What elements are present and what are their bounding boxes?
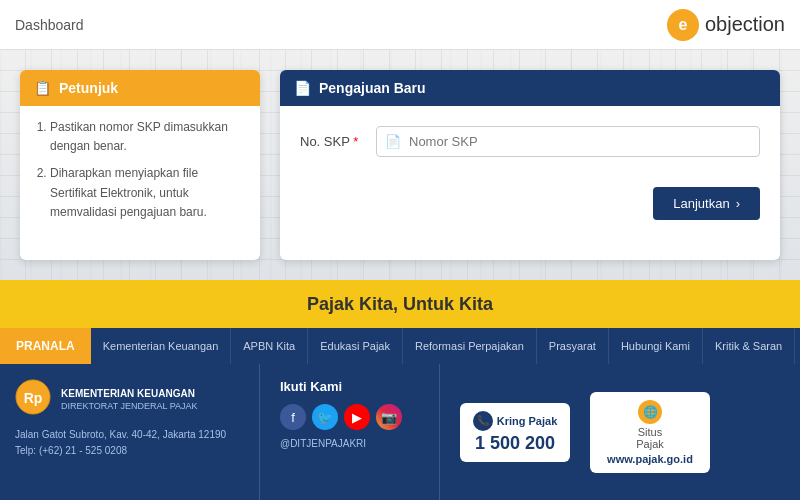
skp-label: No. SKP * [300,134,360,149]
situs-pajak-box: 🌐 SitusPajak www.pajak.go.id [590,392,710,473]
page-title: Dashboard [15,17,84,33]
situs-title: 🌐 SitusPajak [602,400,698,450]
petunjuk-item-2: Diharapkan menyiapkan file Sertifikat El… [50,164,246,222]
logo-text: objection [705,13,785,36]
pengajuan-title: Pengajuan Baru [319,80,426,96]
nav-bar: PRANALA Kementerian Keuangan APBN Kita E… [0,328,800,364]
header: Dashboard e objection [0,0,800,50]
pengajuan-box: 📄 Pengajuan Baru No. SKP * 📄 Lanjutkan › [280,70,780,260]
petunjuk-body: Pastikan nomor SKP dimasukkan dengan ben… [20,106,260,242]
kemenkeu-text: KEMENTERIAN KEUANGAN DIREKTORAT JENDERAL… [61,387,198,411]
kemenkeu-logo: Rp [15,379,51,419]
book-icon: 📋 [34,80,51,96]
facebook-icon[interactable]: f [280,404,306,430]
phone-icon: 📞 [473,411,493,431]
petunjuk-item-1: Pastikan nomor SKP dimasukkan dengan ben… [50,118,246,156]
skp-input[interactable] [409,127,759,156]
twitter-icon[interactable]: 🐦 [312,404,338,430]
social-title: Ikuti Kami [280,379,419,394]
social-handle: @DITJENPAJAKRI [280,438,419,449]
main-content: 📋 Petunjuk Pastikan nomor SKP dimasukkan… [0,50,800,280]
address-line1: Jalan Gatot Subroto, Kav. 40-42, Jakarta… [15,427,244,443]
skp-input-wrapper: 📄 [376,126,760,157]
petunjuk-header: 📋 Petunjuk [20,70,260,106]
kring-pajak-title: 📞 Kring Pajak [472,411,558,431]
required-mark: * [353,134,358,149]
form-row-skp: No. SKP * 📄 [300,126,760,157]
nav-item-prasyarat[interactable]: Prasyarat [537,328,609,364]
footer-logo-row: Rp KEMENTERIAN KEUANGAN DIREKTORAT JENDE… [15,379,244,419]
svg-text:Rp: Rp [24,390,43,406]
pengajuan-body: No. SKP * 📄 [280,106,780,187]
file-icon: 📄 [377,134,409,149]
footer-left: Rp KEMENTERIAN KEUANGAN DIREKTORAT JENDE… [0,364,260,500]
nav-item-reformasi[interactable]: Reformasi Perpajakan [403,328,537,364]
nav-item-kritik[interactable]: Kritik & Saran [703,328,795,364]
social-icons: f 🐦 ▶ 📷 [280,404,419,430]
kemenkeu-dept: DIREKTORAT JENDERAL PAJAK [61,401,198,411]
footer-address: Jalan Gatot Subroto, Kav. 40-42, Jakarta… [15,427,244,459]
globe-icon: 🌐 [638,400,662,424]
chevron-right-icon: › [736,196,740,211]
pengajuan-footer: Lanjutkan › [280,187,780,235]
nav-item-kemenkeu[interactable]: Kementerian Keuangan [91,328,232,364]
pengajuan-header: 📄 Pengajuan Baru [280,70,780,106]
nav-item-apbn[interactable]: APBN Kita [231,328,308,364]
yellow-banner: Pajak Kita, Untuk Kita [0,280,800,328]
kring-pajak-box: 📞 Kring Pajak 1 500 200 [460,403,570,462]
logo-area: e objection [667,9,785,41]
lanjutkan-button[interactable]: Lanjutkan › [653,187,760,220]
nav-pranala: PRANALA [0,328,91,364]
kring-number: 1 500 200 [472,433,558,454]
footer-middle: Ikuti Kami f 🐦 ▶ 📷 @DITJENPAJAKRI [260,364,440,500]
nav-item-hubungi[interactable]: Hubungi Kami [609,328,703,364]
situs-url[interactable]: www.pajak.go.id [602,453,698,465]
nav-item-edukasi[interactable]: Edukasi Pajak [308,328,403,364]
footer-right: 📞 Kring Pajak 1 500 200 🌐 SitusPajak www… [440,364,800,500]
footer: Rp KEMENTERIAN KEUANGAN DIREKTORAT JENDE… [0,364,800,500]
kemenkeu-name: KEMENTERIAN KEUANGAN [61,387,198,401]
address-line2: Telp: (+62) 21 - 525 0208 [15,443,244,459]
instagram-icon[interactable]: 📷 [376,404,402,430]
youtube-icon[interactable]: ▶ [344,404,370,430]
petunjuk-title: Petunjuk [59,80,118,96]
petunjuk-box: 📋 Petunjuk Pastikan nomor SKP dimasukkan… [20,70,260,260]
logo-icon: e [667,9,699,41]
banner-text: Pajak Kita, Untuk Kita [307,294,493,315]
document-icon: 📄 [294,80,311,96]
